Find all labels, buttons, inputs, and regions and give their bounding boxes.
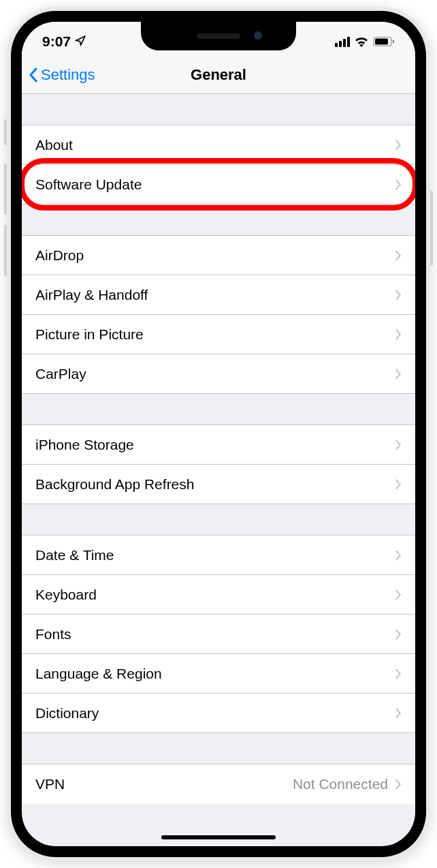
chevron-right-icon	[395, 629, 402, 640]
chevron-right-icon	[395, 439, 402, 450]
chevron-left-icon	[29, 67, 38, 82]
vpn-row[interactable]: VPN Not Connected	[22, 764, 415, 804]
device-frame: 9:07	[7, 7, 430, 861]
airplay-handoff-row[interactable]: AirPlay & Handoff	[22, 275, 415, 315]
section-group-1: About Software Update	[22, 125, 415, 204]
silent-switch[interactable]	[4, 119, 7, 145]
software-update-row[interactable]: Software Update	[22, 165, 415, 204]
row-label: AirDrop	[35, 247, 84, 264]
wifi-icon	[354, 36, 369, 47]
row-label: Date & Time	[35, 547, 114, 563]
vpn-status-value: Not Connected	[293, 776, 388, 792]
row-label: Picture in Picture	[35, 326, 144, 343]
chevron-right-icon	[395, 140, 402, 151]
row-label: VPN	[35, 776, 65, 792]
status-left: 9:07	[42, 28, 86, 50]
airdrop-row[interactable]: AirDrop	[22, 236, 415, 275]
chevron-right-icon	[395, 589, 402, 600]
svg-rect-2	[375, 39, 388, 45]
status-time: 9:07	[42, 33, 71, 50]
chevron-right-icon	[395, 369, 402, 379]
row-label: Language & Region	[35, 666, 162, 682]
back-button[interactable]: Settings	[22, 66, 95, 84]
iphone-storage-row[interactable]: iPhone Storage	[22, 425, 415, 465]
chevron-right-icon	[395, 550, 402, 561]
chevron-right-icon	[395, 250, 402, 261]
dictionary-row[interactable]: Dictionary	[22, 694, 415, 733]
picture-in-picture-row[interactable]: Picture in Picture	[22, 315, 415, 354]
row-label: AirPlay & Handoff	[35, 287, 148, 303]
screen: 9:07	[22, 22, 415, 846]
chevron-right-icon	[395, 708, 402, 719]
about-row[interactable]: About	[22, 125, 415, 165]
chevron-right-icon	[395, 779, 402, 790]
navigation-bar: Settings General	[22, 56, 415, 94]
chevron-right-icon	[395, 668, 402, 679]
row-label: CarPlay	[35, 366, 86, 382]
row-label: Fonts	[35, 626, 71, 642]
row-label: Background App Refresh	[35, 476, 194, 493]
section-spacer	[22, 733, 415, 764]
row-label: Dictionary	[35, 705, 99, 722]
row-label: iPhone Storage	[35, 437, 134, 453]
section-spacer	[22, 204, 415, 236]
row-label: Software Update	[35, 176, 142, 193]
section-group-2: AirDrop AirPlay & Handoff Picture in Pic…	[22, 236, 415, 394]
front-camera	[254, 31, 262, 40]
speaker	[197, 33, 240, 39]
back-label: Settings	[41, 66, 95, 84]
row-label: About	[35, 137, 73, 153]
battery-icon	[373, 36, 395, 47]
page-title: General	[191, 66, 246, 84]
chevron-right-icon	[395, 290, 402, 300]
section-spacer	[22, 394, 415, 425]
home-indicator[interactable]	[161, 835, 276, 839]
volume-up-button[interactable]	[4, 164, 7, 215]
background-app-refresh-row[interactable]: Background App Refresh	[22, 465, 415, 504]
section-group-4: Date & Time Keyboard Fonts	[22, 536, 415, 733]
language-region-row[interactable]: Language & Region	[22, 654, 415, 694]
settings-list[interactable]: About Software Update	[22, 94, 415, 804]
svg-rect-1	[393, 40, 394, 44]
section-spacer	[22, 94, 415, 125]
power-button[interactable]	[430, 191, 433, 266]
status-right	[335, 31, 395, 47]
date-time-row[interactable]: Date & Time	[22, 536, 415, 575]
chevron-right-icon	[395, 329, 402, 340]
fonts-row[interactable]: Fonts	[22, 615, 415, 654]
section-group-3: iPhone Storage Background App Refresh	[22, 425, 415, 504]
carplay-row[interactable]: CarPlay	[22, 354, 415, 394]
section-group-5: VPN Not Connected	[22, 764, 415, 804]
notch	[141, 22, 296, 50]
keyboard-row[interactable]: Keyboard	[22, 575, 415, 615]
cellular-signal-icon	[335, 37, 350, 47]
device-bezel: 9:07	[11, 11, 426, 857]
chevron-right-icon	[395, 479, 402, 490]
volume-down-button[interactable]	[4, 225, 7, 276]
row-label: Keyboard	[35, 587, 97, 603]
chevron-right-icon	[395, 179, 402, 190]
location-icon	[75, 33, 86, 50]
section-spacer	[22, 504, 415, 536]
